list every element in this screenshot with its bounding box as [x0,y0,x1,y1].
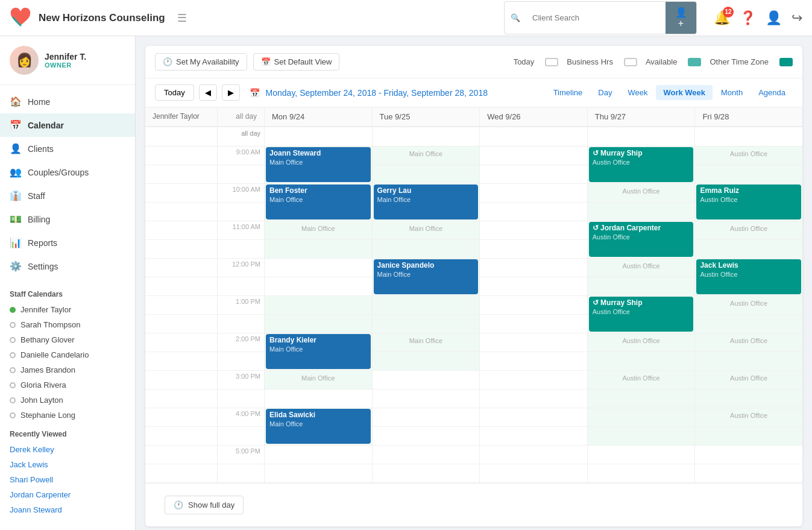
today-toggle[interactable] [545,58,558,66]
sidebar-item-clients[interactable]: 👤 Clients [0,137,135,160]
sidebar-item-couples[interactable]: 👥 Couples/Groups [0,160,135,184]
staff-list-item[interactable]: Danielle Candelario [0,347,135,362]
cal-cell[interactable]: Main Office [373,333,480,352]
staff-list-item[interactable]: James Brandon [0,362,135,377]
cal-cell[interactable]: Joann StewardMain Office [265,147,373,165]
cal-cell[interactable]: ↺ Murray ShipAustin Office [588,296,696,314]
calendar-event[interactable]: Ben FosterMain Office [266,185,371,219]
tab-week[interactable]: Week [620,85,655,100]
cal-cell[interactable] [480,315,588,333]
cal-cell[interactable] [480,427,588,445]
sidebar-item-staff[interactable]: 👔 Staff [0,184,135,207]
prev-button[interactable]: ◀ [199,84,217,101]
hamburger-icon[interactable]: ☰ [177,11,187,25]
cal-cell[interactable] [588,352,696,370]
cal-cell[interactable]: Austin Office [588,259,696,277]
cal-cell[interactable] [695,352,802,370]
cal-cell[interactable] [480,165,588,183]
business-hrs-toggle[interactable] [624,58,637,66]
calendar-event[interactable]: Emma RuizAustin Office [696,185,801,219]
cal-cell[interactable] [588,203,696,221]
cal-cell[interactable] [480,333,588,352]
cal-cell[interactable]: Elida SawickiMain Office [265,408,373,426]
cal-cell[interactable] [695,240,802,258]
calendar-event[interactable]: ↺ Murray ShipAustin Office [589,147,694,182]
search-input[interactable] [526,8,666,27]
cal-cell[interactable]: Janice SpandeloMain Office [373,259,480,277]
cal-cell[interactable] [265,464,373,482]
cal-cell[interactable] [265,315,373,333]
cal-cell[interactable]: Main Office [373,147,480,165]
cal-cell[interactable] [265,240,373,258]
cal-cell[interactable]: ↺ Murray ShipAustin Office [588,147,696,165]
help-icon[interactable]: ❓ [740,10,756,26]
cal-cell[interactable] [265,296,373,314]
cal-cell[interactable] [480,277,588,295]
cal-cell[interactable]: Emma RuizAustin Office [695,184,802,202]
notification-bell[interactable]: 🔔 12 [714,10,730,26]
recent-item[interactable]: Joann Steward [0,502,135,517]
recent-item[interactable]: Derek Kelley [0,442,135,457]
cal-cell[interactable] [695,446,802,464]
cal-cell[interactable] [373,371,480,389]
cal-cell[interactable]: Jack LewisAustin Office [695,259,802,277]
cal-cell[interactable] [265,277,373,295]
available-toggle[interactable] [688,58,701,66]
staff-list-item[interactable]: Jennifer Taylor [0,302,135,317]
cal-cell[interactable] [480,296,588,314]
cal-cell[interactable]: Ben FosterMain Office [265,184,373,202]
cal-cell[interactable]: Austin Office [695,147,802,165]
cal-cell[interactable] [588,446,696,464]
tab-day[interactable]: Day [591,85,619,100]
calendar-event[interactable]: Gerry LauMain Office [374,185,479,219]
cal-cell[interactable] [373,408,480,426]
add-client-button[interactable]: 👤+ [666,2,696,34]
cal-cell[interactable] [373,464,480,482]
recent-item[interactable]: Shari Powell [0,472,135,487]
cal-cell[interactable] [480,408,588,426]
cal-cell[interactable]: Main Office [373,221,480,239]
show-full-day-button[interactable]: 🕐 Show full day [165,496,244,514]
next-button[interactable]: ▶ [222,84,240,101]
set-availability-button[interactable]: 🕐 Set My Availability [155,53,247,71]
cal-cell[interactable]: Austin Office [695,371,802,389]
cal-cell[interactable] [695,464,802,482]
cal-cell[interactable] [588,464,696,482]
cal-cell[interactable] [588,427,696,445]
cal-cell[interactable]: Austin Office [695,333,802,352]
staff-list-item[interactable]: Gloria Rivera [0,377,135,393]
cal-cell[interactable] [480,221,588,239]
cal-cell[interactable] [480,390,588,408]
logout-icon[interactable]: ↪ [792,10,802,26]
cal-cell[interactable] [373,427,480,445]
cal-cell[interactable]: Main Office [265,221,373,239]
cal-cell[interactable] [695,165,802,183]
recent-item[interactable]: Jack Lewis [0,457,135,472]
sidebar-item-calendar[interactable]: 📅 Calendar [0,113,135,137]
staff-list-item[interactable]: John Layton [0,393,135,408]
cal-cell[interactable] [373,315,480,333]
cal-cell[interactable] [265,259,373,277]
cal-cell[interactable] [373,446,480,464]
calendar-event[interactable]: ↺ Murray ShipAustin Office [589,297,694,332]
sidebar-item-reports[interactable]: 📊 Reports [0,231,135,254]
calendar-event[interactable]: ↺ Jordan CarpenterAustin Office [589,222,694,257]
cal-cell[interactable] [588,390,696,408]
cal-cell[interactable] [588,277,696,295]
cal-cell[interactable]: Brandy KielerMain Office [265,333,373,352]
cal-cell[interactable] [480,371,588,389]
cal-cell[interactable] [480,259,588,277]
cal-cell[interactable] [373,352,480,370]
cal-cell[interactable] [480,352,588,370]
calendar-event[interactable]: Janice SpandeloMain Office [374,259,479,294]
cal-cell[interactable]: Austin Office [588,184,696,202]
sidebar-item-settings[interactable]: ⚙️ Settings [0,254,135,278]
recent-item[interactable]: Jordan Carpenter [0,487,135,502]
tab-workweek[interactable]: Work Week [656,85,713,100]
cal-cell[interactable] [480,240,588,258]
cal-cell[interactable]: Austin Office [588,371,696,389]
tab-timeline[interactable]: Timeline [546,85,590,100]
staff-list-item[interactable]: Bethany Glover [0,332,135,347]
account-icon[interactable]: 👤 [766,10,782,26]
cal-cell[interactable] [480,184,588,202]
